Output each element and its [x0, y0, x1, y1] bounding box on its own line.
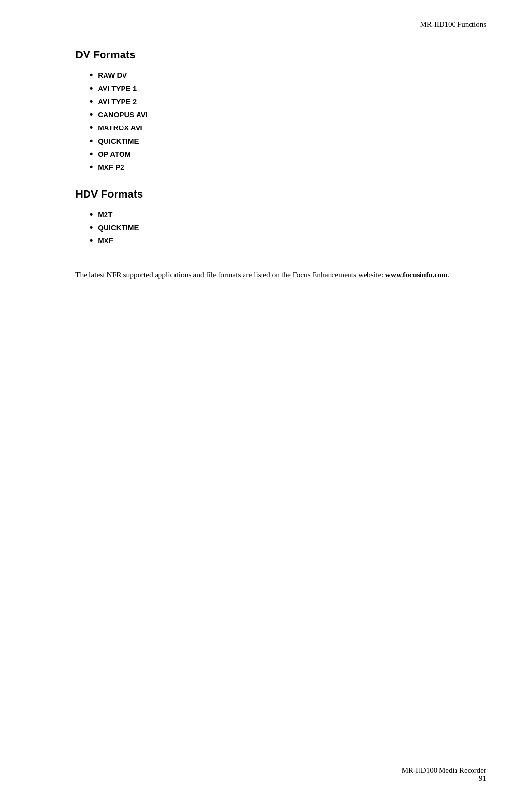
page-footer: MR-HD100 Media Recorder 91: [402, 766, 486, 783]
hdv-formats-section: HDV Formats M2T QUICKTIME MXF: [75, 188, 486, 246]
footer-website: www.focusinfo.com: [385, 271, 448, 279]
list-item: QUICKTIME: [90, 222, 486, 233]
list-item: MATROX AVI: [90, 123, 486, 133]
list-item: QUICKTIME: [90, 136, 486, 146]
dv-formats-list: RAW DV AVI TYPE 1 AVI TYPE 2 CANOPUS AVI…: [75, 70, 486, 172]
hdv-formats-list: M2T QUICKTIME MXF: [75, 209, 486, 246]
page-number: 91: [402, 775, 486, 783]
list-item: M2T: [90, 209, 486, 219]
list-item: OP ATOM: [90, 149, 486, 159]
footer-product-name: MR-HD100 Media Recorder: [402, 766, 486, 774]
page-header: MR-HD100 Functions: [420, 20, 486, 29]
footer-paragraph: The latest NFR supported applications an…: [75, 269, 486, 281]
dv-formats-section: DV Formats RAW DV AVI TYPE 1 AVI TYPE 2 …: [75, 49, 486, 172]
list-item: RAW DV: [90, 70, 486, 80]
list-item: MXF: [90, 235, 486, 246]
footer-text-part1: The latest NFR supported applications an…: [75, 271, 385, 279]
footer-text-part2: .: [448, 271, 450, 279]
main-content: DV Formats RAW DV AVI TYPE 1 AVI TYPE 2 …: [75, 49, 486, 281]
dv-formats-heading: DV Formats: [75, 49, 486, 61]
list-item: AVI TYPE 2: [90, 96, 486, 107]
list-item: MXF P2: [90, 162, 486, 172]
list-item: CANOPUS AVI: [90, 109, 486, 120]
list-item: AVI TYPE 1: [90, 83, 486, 93]
hdv-formats-heading: HDV Formats: [75, 188, 486, 200]
